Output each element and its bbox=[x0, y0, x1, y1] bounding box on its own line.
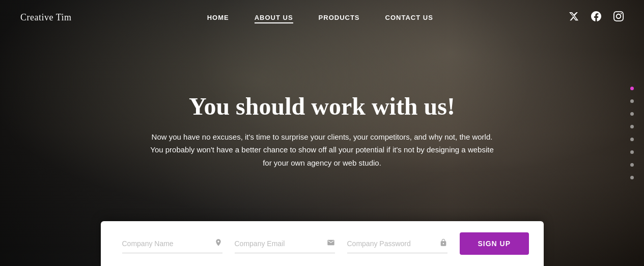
side-navigation-dots bbox=[630, 87, 634, 179]
nav-item-products[interactable]: PRODUCTS bbox=[319, 13, 360, 22]
company-email-input[interactable] bbox=[235, 240, 324, 248]
company-email-field bbox=[235, 234, 335, 253]
hero-subtitle: Now you have no excuses, it's time to su… bbox=[149, 130, 495, 170]
dot-8[interactable] bbox=[630, 176, 634, 179]
company-name-icon bbox=[214, 238, 222, 249]
navbar: Creative Tim HOME ABOUT US PRODUCTS CONT… bbox=[0, 0, 644, 35]
company-password-field bbox=[347, 234, 447, 253]
nav-item-about[interactable]: ABOUT US bbox=[255, 13, 293, 22]
dot-2[interactable] bbox=[630, 99, 634, 103]
brand-logo[interactable]: Creative Tim bbox=[20, 12, 72, 23]
company-email-icon bbox=[327, 238, 335, 249]
twitter-icon[interactable] bbox=[569, 11, 579, 24]
nav-item-home[interactable]: HOME bbox=[207, 13, 229, 22]
facebook-icon[interactable] bbox=[591, 11, 601, 24]
company-password-input[interactable] bbox=[347, 240, 436, 248]
hero-content: You should work with us! Now you have no… bbox=[124, 93, 521, 169]
company-password-icon bbox=[439, 238, 447, 249]
nav-item-contact[interactable]: CONTACT US bbox=[385, 13, 433, 22]
dot-3[interactable] bbox=[630, 112, 634, 116]
company-name-field bbox=[122, 234, 222, 253]
signup-form: SIGN UP bbox=[101, 221, 544, 266]
dot-7[interactable] bbox=[630, 163, 634, 167]
dot-1[interactable] bbox=[630, 87, 634, 90]
hero-title: You should work with us! bbox=[124, 93, 521, 120]
instagram-icon[interactable] bbox=[613, 11, 624, 24]
dot-5[interactable] bbox=[630, 138, 634, 141]
social-icons bbox=[569, 11, 624, 24]
hero-section: Creative Tim HOME ABOUT US PRODUCTS CONT… bbox=[0, 0, 644, 266]
dot-6[interactable] bbox=[630, 150, 634, 154]
nav-links: HOME ABOUT US PRODUCTS CONTACT US bbox=[207, 13, 433, 22]
company-name-input[interactable] bbox=[122, 240, 211, 248]
signup-button[interactable]: SIGN UP bbox=[460, 232, 529, 255]
dot-4[interactable] bbox=[630, 125, 634, 128]
